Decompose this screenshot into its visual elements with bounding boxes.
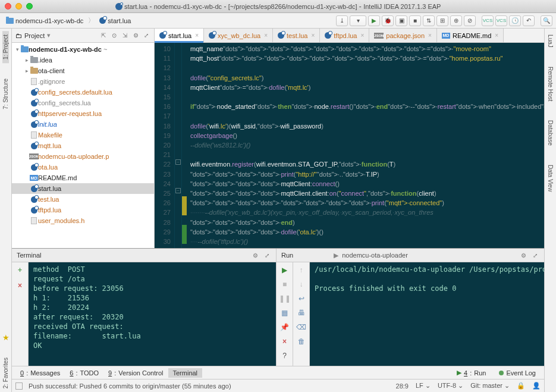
editor-tab[interactable]: tftpd.lua×: [320, 29, 369, 42]
hide-icon[interactable]: ⤢: [263, 251, 271, 259]
status-indicator-icon[interactable]: [15, 382, 23, 390]
search-everywhere-button[interactable]: 🔍: [541, 15, 552, 26]
lock-icon[interactable]: 🔒: [517, 382, 525, 390]
tree-root[interactable]: ▾ nodemcu-d1-xyc-wb-dc ~: [12, 44, 154, 55]
pin-button[interactable]: 📌: [279, 322, 290, 333]
toolbar-button[interactable]: ⊞: [436, 15, 448, 26]
rail-remote-host[interactable]: Remote Host: [547, 63, 554, 105]
layout-button[interactable]: ▦: [279, 308, 290, 318]
tool-tab[interactable]: 9: Version Control: [103, 368, 168, 378]
expand-icon[interactable]: ⇲: [121, 32, 129, 40]
close-window-button[interactable]: [5, 3, 11, 10]
clear-button[interactable]: ⌫: [296, 322, 307, 333]
make-button[interactable]: ⤓: [336, 15, 348, 26]
maximize-window-button[interactable]: [26, 3, 33, 10]
tree-item[interactable]: config_secrets.default.lua: [12, 87, 154, 98]
code-editor[interactable]: 10 11 12 13 14 15 16 17 18 19 20 21 22 2…: [155, 43, 544, 248]
tree-item[interactable]: Makefile: [12, 130, 154, 140]
editor-tab[interactable]: test.lua×: [273, 29, 320, 42]
wrap-button[interactable]: ↩: [296, 293, 307, 304]
tree-item[interactable]: MDREADME.md: [12, 173, 154, 183]
run-button[interactable]: ▶: [368, 15, 380, 26]
down-button[interactable]: ↓: [296, 279, 307, 290]
fold-marker[interactable]: −: [175, 159, 181, 165]
toolbar-button[interactable]: ⇅: [423, 15, 435, 26]
toolbar-button[interactable]: ⊘: [464, 15, 476, 26]
run-config-selector[interactable]: ▾: [350, 15, 366, 26]
rail-database[interactable]: Database: [547, 117, 554, 149]
print-button[interactable]: 🖶: [296, 308, 307, 318]
tree-item[interactable]: ▸ota-client: [12, 65, 154, 76]
tree-item[interactable]: start.lua: [12, 183, 154, 194]
tree-item[interactable]: mqtt.lua: [12, 140, 154, 151]
tree-item[interactable]: .gitignore: [12, 76, 154, 87]
rail-luaj[interactable]: LuaJ: [547, 31, 554, 51]
vcs-commit-button[interactable]: VCS: [495, 15, 507, 26]
tree-item[interactable]: user_modules.h: [12, 215, 154, 226]
close-tab-icon[interactable]: ×: [195, 32, 199, 39]
run-output[interactable]: /usr/local/bin/nodemcu-ota-uploader /Use…: [310, 262, 544, 366]
cursor-position[interactable]: 28:9: [396, 382, 409, 390]
gear-icon[interactable]: ⚙: [519, 251, 527, 259]
coverage-button[interactable]: ▣: [395, 15, 407, 26]
editor-tab[interactable]: xyc_wb_dc.lua×: [204, 29, 273, 42]
add-terminal-button[interactable]: +: [15, 265, 26, 275]
tree-item[interactable]: ota.lua: [12, 162, 154, 173]
rail-structure[interactable]: 7: Structure: [2, 75, 9, 113]
hide-icon[interactable]: ⤢: [531, 251, 539, 259]
stop-run-button[interactable]: ■: [279, 279, 290, 290]
debug-button[interactable]: 🐞: [382, 15, 394, 26]
up-button[interactable]: ↑: [296, 265, 307, 275]
trash-button[interactable]: 🗑: [296, 336, 307, 347]
pause-button[interactable]: ❚❚: [279, 293, 290, 304]
stop-button[interactable]: ■: [409, 15, 421, 26]
editor-tab[interactable]: JSONpackage.json×: [369, 29, 437, 42]
rail-favorites[interactable]: 2: Favorites: [2, 354, 9, 392]
tree-item[interactable]: ▸.idea: [12, 55, 154, 65]
locate-icon[interactable]: ⊙: [110, 32, 118, 40]
vcs-history-button[interactable]: 🕓: [509, 15, 521, 26]
tool-tab[interactable]: 6: TODO: [65, 368, 103, 378]
close-tab-icon[interactable]: ×: [495, 32, 498, 39]
project-tree[interactable]: ▾ nodemcu-d1-xyc-wb-dc ~ ▸.idea▸ota-clie…: [12, 43, 154, 248]
gear-icon[interactable]: ⚙: [131, 32, 140, 40]
tree-item[interactable]: tftpd.lua: [12, 205, 154, 215]
line-separator[interactable]: LF: [416, 382, 423, 389]
vcs-revert-button[interactable]: ↶: [523, 15, 535, 26]
gear-icon[interactable]: ⚙: [251, 251, 259, 259]
tool-tab[interactable]: Terminal: [168, 368, 203, 378]
breadcrumb-file[interactable]: start.lua: [97, 16, 133, 26]
tree-item[interactable]: httpserver-request.lua: [12, 108, 154, 119]
help-button[interactable]: ?: [279, 350, 290, 361]
tree-item[interactable]: JSONnodemcu-ota-uploader.p: [12, 151, 154, 162]
close-tab-icon[interactable]: ×: [428, 32, 432, 39]
rerun-button[interactable]: ▶: [279, 265, 290, 275]
close-terminal-button[interactable]: ×: [15, 280, 26, 291]
collapse-icon[interactable]: ⇱: [99, 32, 108, 40]
git-branch[interactable]: Git: master: [470, 382, 502, 389]
tree-item[interactable]: test.lua: [12, 194, 154, 205]
close-tab-icon[interactable]: ×: [264, 32, 268, 39]
breadcrumb-project[interactable]: nodemcu-d1-xyc-wb-dc: [4, 16, 86, 26]
editor-gutter[interactable]: 10 11 12 13 14 15 16 17 18 19 20 21 22 2…: [155, 43, 175, 248]
tree-item[interactable]: init.lua: [12, 119, 154, 130]
close-run-button[interactable]: ×: [279, 336, 290, 347]
terminal-output[interactable]: method POST request /ota before request:…: [29, 262, 276, 366]
close-tab-icon[interactable]: ×: [311, 32, 315, 39]
editor-tab[interactable]: start.lua×: [155, 29, 204, 42]
tool-tab[interactable]: Event Log: [492, 368, 541, 378]
tree-item[interactable]: config_secrets.lua: [12, 98, 154, 108]
toolbar-button[interactable]: ⊕: [450, 15, 462, 26]
fold-column[interactable]: − −: [175, 43, 182, 248]
file-encoding[interactable]: UTF-8: [438, 382, 456, 389]
tool-tab[interactable]: 0: Messages: [15, 368, 65, 378]
editor-content[interactable]: mqtt_name"dots">·"dots">·"dots">·"dots">…: [187, 43, 544, 248]
dropdown-icon[interactable]: ▾: [47, 32, 51, 39]
editor-tab[interactable]: MDREADME.md×: [437, 29, 504, 42]
tool-tab[interactable]: ▶ 4: Run: [452, 368, 491, 378]
hide-icon[interactable]: ⤢: [142, 32, 150, 40]
minimize-window-button[interactable]: [15, 3, 22, 10]
rail-data-view[interactable]: Data View: [547, 161, 554, 195]
vcs-update-button[interactable]: VCS: [482, 15, 494, 26]
rail-project[interactable]: 1: Project: [2, 31, 9, 63]
